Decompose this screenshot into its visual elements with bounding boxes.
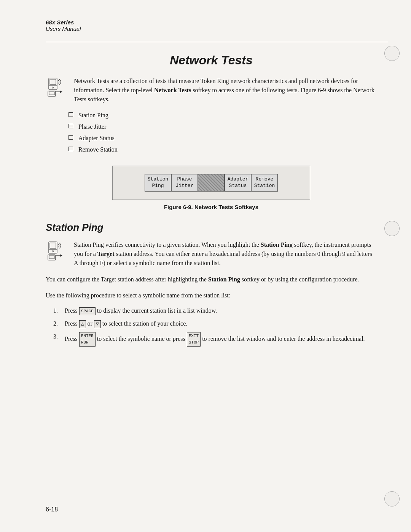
series-title: 68x Series: [46, 19, 81, 26]
station-ping-intro-text: Station Ping verifies connectivity to a …: [74, 240, 377, 268]
bullet-icon: [68, 124, 73, 128]
list-item: Station Ping: [68, 111, 377, 120]
list-item-text: Adapter Status: [78, 134, 115, 143]
up-arrow-key: △: [79, 320, 86, 328]
numbered-list: 1. Press SPACE to display the current st…: [53, 306, 377, 347]
svg-rect-13: [49, 256, 54, 259]
figure-caption: Figure 6-9. Network Tests Softkeys: [164, 204, 258, 210]
header-divider: [46, 42, 388, 42]
step-num-2: 2.: [53, 319, 65, 328]
step-num-1: 1.: [53, 306, 65, 315]
svg-point-11: [52, 251, 54, 252]
svg-rect-5: [49, 92, 54, 95]
svg-rect-9: [50, 243, 56, 248]
down-arrow-key: ▽: [94, 320, 101, 328]
list-item-text: Station Ping: [78, 111, 108, 120]
enter-run-key: ENTERRUN: [79, 332, 96, 347]
svg-marker-15: [60, 254, 62, 257]
list-item-text: Remove Station: [78, 145, 118, 154]
sp-para2-cont: softkey or by using the configuration pr…: [240, 276, 359, 283]
space-key: SPACE: [79, 307, 96, 315]
network-tests-intro-block: Network Tests are a collection of tests …: [46, 77, 377, 104]
list-item-3: 3. Press ENTERRUN to select the symbolic…: [53, 332, 377, 347]
sp-para2-bold: Station Ping: [208, 276, 240, 283]
list-item: Adapter Status: [68, 134, 377, 143]
bullet-list: Station Ping Phase Jitter Adapter Status…: [68, 111, 377, 154]
softkey-phase-jitter: PhaseJitter: [171, 174, 198, 192]
station-ping-intro-block: Station Ping verifies connectivity to a …: [46, 240, 377, 268]
softkey-station-ping: StationPing: [145, 174, 171, 192]
exit-stop-key: EXITSTOP: [187, 332, 201, 347]
step-text-3: Press ENTERRUN to select the symbolic na…: [65, 332, 377, 347]
margin-circle-bot: [384, 491, 400, 506]
network-tests-title: Network Tests: [46, 53, 377, 67]
sp-para1-bold2: Target: [97, 251, 115, 257]
step-num-3: 3.: [53, 332, 65, 341]
device-icon: [46, 77, 68, 97]
device-icon-2: [46, 241, 68, 261]
station-ping-title: Station Ping: [46, 222, 377, 233]
svg-marker-7: [60, 91, 62, 93]
step-text-1: Press SPACE to display the current stati…: [65, 306, 377, 315]
sp-para1-bold: Station Ping: [261, 241, 293, 248]
station-ping-para2: You can configure the Target station add…: [46, 275, 377, 284]
list-item-2: 2. Press △ or ▽ to select the station of…: [53, 319, 377, 328]
bullet-icon: [68, 112, 73, 117]
manual-subtitle: Users Manual: [46, 26, 81, 32]
sp-para1-cont: station address. You can either enter a …: [74, 251, 372, 266]
svg-rect-1: [50, 79, 56, 85]
list-item-text: Phase Jitter: [78, 122, 106, 131]
header: 68x Series Users Manual: [46, 19, 81, 32]
intro-bold: Network Tests: [154, 87, 191, 93]
sp-para2-pre: You can configure the Target station add…: [46, 276, 208, 283]
softkey-diagram-container: StationPing PhaseJitter AdapterStatus Re…: [46, 166, 377, 210]
softkey-buttons: StationPing PhaseJitter AdapterStatus Re…: [145, 174, 278, 192]
bullet-icon: [68, 147, 73, 151]
bullet-icon: [68, 135, 73, 140]
sp-para1-pre: Station Ping verifies connectivity to a …: [74, 241, 261, 248]
network-tests-intro-text: Network Tests are a collection of tests …: [74, 77, 377, 104]
list-item: Remove Station: [68, 145, 377, 154]
page: 68x Series Users Manual Network Tests: [0, 0, 411, 532]
step-text-2: Press △ or ▽ to select the station of yo…: [65, 319, 377, 328]
list-item: Phase Jitter: [68, 122, 377, 131]
page-number: 6-18: [46, 506, 58, 513]
svg-point-3: [52, 87, 54, 88]
main-content: Network Tests: [46, 53, 377, 347]
softkey-adapter-status: AdapterStatus: [225, 174, 251, 192]
softkey-box: StationPing PhaseJitter AdapterStatus Re…: [112, 166, 310, 200]
station-ping-para3: Use the following procedure to select a …: [46, 291, 377, 300]
softkey-remove-station: RemoveStation: [251, 174, 278, 192]
softkey-hatched: [198, 174, 225, 192]
margin-circle-mid: [384, 221, 400, 236]
list-item-1: 1. Press SPACE to display the current st…: [53, 306, 377, 315]
margin-circle-top: [384, 46, 400, 61]
